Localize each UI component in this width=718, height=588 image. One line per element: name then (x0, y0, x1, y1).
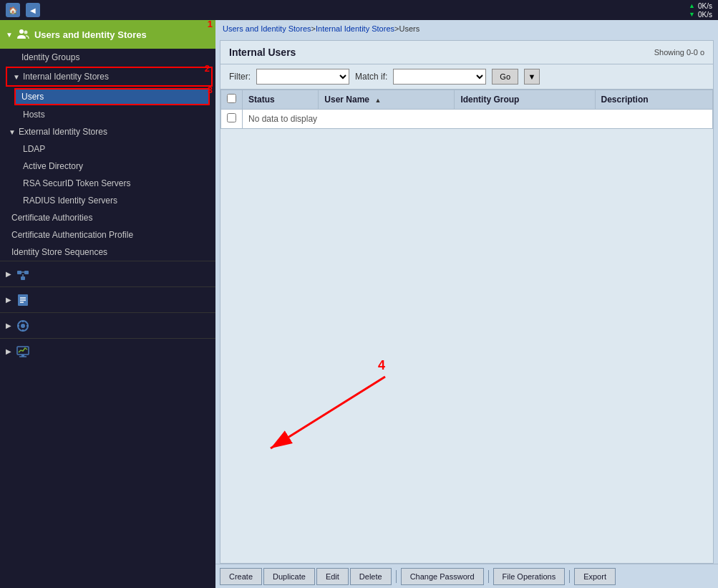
no-data-cell: No data to display (243, 110, 713, 129)
panel-showing: Showing 0-0 o (654, 48, 704, 57)
select-all-checkbox[interactable] (227, 94, 236, 103)
breadcrumb-part1[interactable]: Users and Identity Stores (223, 24, 311, 33)
cert-auth-profile-label: Certificate Authentication Profile (11, 230, 133, 240)
delete-button[interactable]: Delete (350, 568, 392, 585)
breadcrumb-part3: Users (399, 24, 419, 33)
internal-expand-icon: ▼ (13, 73, 20, 81)
annotation-area: 4 (220, 327, 713, 564)
svg-point-12 (21, 324, 25, 328)
users-identity-section: ▼ Users and Identity Stores 1 (0, 20, 215, 261)
internal-identity-stores-container: ▼ Internal Identity Stores 2 Users (0, 66, 215, 123)
sidebar-item-active-directory[interactable]: Active Directory (0, 158, 215, 175)
match-if-label: Match if: (355, 72, 387, 82)
content-panel: Internal Users Showing 0-0 o Filter: Mat… (220, 40, 714, 564)
internal-identity-stores-label: Internal Identity Stores (23, 72, 109, 82)
filter-bar: Filter: Match if: Go ▼ (220, 64, 713, 90)
identity-group-header-label: Identity Group (460, 95, 519, 105)
username-sort-icon: ▲ (374, 97, 381, 104)
network-icon (16, 267, 30, 281)
sidebar-section-policy[interactable]: ▶ (0, 286, 215, 312)
select-all-header (221, 90, 243, 110)
identity-store-sequences-label: Identity Store Sequences (11, 247, 107, 257)
go-button[interactable]: Go (492, 69, 518, 85)
users-label: Users (21, 92, 44, 102)
panel-header: Internal Users Showing 0-0 o (220, 41, 713, 64)
section-arrow-5-icon: ▶ (6, 347, 11, 355)
sidebar-item-ldap[interactable]: LDAP (0, 140, 215, 158)
users-identity-label: Users and Identity Stores (34, 29, 147, 40)
svg-point-1 (24, 31, 27, 34)
row-checkbox-cell (221, 110, 243, 129)
rsa-securid-label: RSA SecurID Token Servers (23, 178, 131, 188)
policy-icon (16, 293, 30, 307)
duplicate-button[interactable]: Duplicate (263, 568, 315, 585)
users-row: Users 3 (0, 87, 215, 106)
status-header[interactable]: Status (243, 90, 319, 110)
download-speed: 0K/s (698, 11, 712, 19)
back-icon[interactable]: ◀ (26, 3, 40, 17)
username-header-label: User Name (324, 95, 369, 105)
table-container: Status User Name ▲ Identity Group (220, 90, 713, 327)
filter-label: Filter: (229, 72, 251, 82)
sidebar-section-network[interactable]: ▶ (0, 261, 215, 286)
sidebar-item-users[interactable]: Users (14, 88, 210, 105)
svg-rect-14 (22, 329, 24, 332)
bottom-toolbar: Create Duplicate Edit Delete Change Pass… (215, 564, 718, 588)
radius-identity-label: RADIUS Identity Servers (23, 196, 117, 206)
export-button[interactable]: Export (574, 568, 616, 585)
no-data-message: No data to display (248, 114, 317, 124)
table-header-row: Status User Name ▲ Identity Group (221, 90, 713, 110)
sidebar-item-external-identity-stores[interactable]: ▼ External Identity Stores (0, 123, 215, 140)
ldap-label: LDAP (23, 144, 45, 154)
filter-dropdown-button[interactable]: ▼ (524, 69, 540, 85)
certificate-authorities-label: Certificate Authorities (11, 213, 92, 223)
external-identity-children: LDAP Active Directory RSA SecurID Token … (0, 140, 215, 209)
annotation-arrow-4: 4 (220, 327, 713, 470)
home-icon[interactable]: 🏠 (6, 3, 20, 17)
external-expand-icon: ▼ (9, 128, 16, 136)
hosts-label: Hosts (23, 110, 45, 120)
sidebar-item-radius-identity[interactable]: RADIUS Identity Servers (0, 192, 215, 209)
annotation-1: 1 (208, 20, 213, 29)
row-checkbox[interactable] (227, 113, 236, 122)
users-section-icon (16, 27, 30, 42)
sidebar-section-admin[interactable]: ▶ (0, 312, 215, 338)
identity-group-header[interactable]: Identity Group (455, 90, 595, 110)
table-row: No data to display (221, 110, 713, 129)
dropdown-arrow-icon: ▼ (528, 72, 536, 81)
sidebar-item-certificate-authorities[interactable]: Certificate Authorities (0, 209, 215, 226)
toolbar-sep-1 (396, 570, 397, 583)
sidebar-item-identity-groups[interactable]: Identity Groups (0, 49, 215, 66)
users-identity-subitems: Identity Groups ▼ Internal Identity Stor… (0, 49, 215, 261)
sidebar-item-cert-auth-profile[interactable]: Certificate Authentication Profile (0, 226, 215, 244)
change-password-button[interactable]: Change Password (401, 568, 484, 585)
username-header[interactable]: User Name ▲ (319, 90, 455, 110)
filter-select[interactable] (256, 69, 349, 85)
download-arrow-icon: ▼ (689, 11, 695, 18)
internal-identity-children: Users 3 Hosts (0, 87, 215, 123)
external-identity-stores-label: External Identity Stores (19, 127, 107, 137)
sidebar-item-identity-store-sequences[interactable]: Identity Store Sequences (0, 244, 215, 261)
users-identity-header[interactable]: ▼ Users and Identity Stores 1 (0, 20, 215, 49)
match-if-select[interactable] (393, 69, 486, 85)
svg-line-21 (271, 377, 385, 448)
sidebar-item-internal-identity-stores[interactable]: ▼ Internal Identity Stores (6, 67, 213, 87)
svg-rect-4 (21, 276, 25, 280)
sidebar-item-rsa-securid[interactable]: RSA SecurID Token Servers (0, 175, 215, 192)
edit-button[interactable]: Edit (316, 568, 349, 585)
sidebar-item-hosts[interactable]: Hosts (0, 106, 215, 123)
external-identity-stores-container: ▼ External Identity Stores LDAP Active D… (0, 123, 215, 209)
svg-rect-3 (24, 271, 29, 274)
sidebar-section-monitoring[interactable]: ▶ (0, 338, 215, 364)
file-operations-button[interactable]: File Operations (493, 568, 566, 585)
svg-point-0 (19, 29, 24, 34)
svg-rect-15 (17, 325, 19, 327)
sidebar: ▼ Users and Identity Stores 1 (0, 20, 215, 588)
create-button[interactable]: Create (220, 568, 262, 585)
identity-groups-label: Identity Groups (21, 52, 79, 62)
description-header[interactable]: Description (595, 90, 712, 110)
monitoring-icon (16, 344, 30, 359)
upload-speed: 0K/s (698, 2, 712, 10)
breadcrumb-part2[interactable]: Internal Identity Stores (316, 24, 394, 33)
toolbar-sep-2 (488, 570, 489, 583)
